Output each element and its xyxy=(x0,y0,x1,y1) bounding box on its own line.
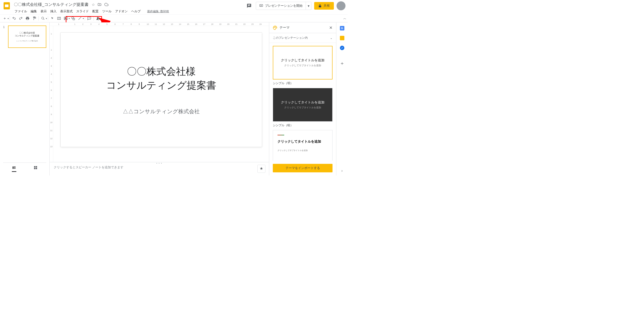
slide-canvas[interactable]: 〇〇株式会社様コンサルティング提案書 △△コンサルティング株式会社 xyxy=(60,33,262,147)
comment-tool[interactable] xyxy=(86,15,92,22)
grid-view-icon[interactable] xyxy=(34,166,38,170)
close-icon[interactable]: ✕ xyxy=(329,25,332,30)
speaker-notes-placeholder: クリックするとスピーカー ノートを追加できます xyxy=(54,165,124,169)
present-button-group: プレゼンテーションを開始 ▾ xyxy=(256,2,312,10)
paint-format-button[interactable] xyxy=(31,15,37,22)
svg-rect-15 xyxy=(36,166,37,167)
menu-tools[interactable]: ツール xyxy=(100,9,113,14)
toolbar: ＋▾ ▾ ▾ ▾ あ▾ ︿ xyxy=(0,14,348,22)
menu-slide[interactable]: スライド xyxy=(75,9,90,14)
slide-thumbnail[interactable]: 〇〇株式会社様コンサルティング提案書 △△コンサルティング株式会社 xyxy=(8,26,46,48)
app-body: 1 〇〇株式会社様コンサルティング提案書 △△コンサルティング株式会社 1123… xyxy=(0,22,348,175)
app-header: 〇〇株式会社様_コンサルティング提案書 ☆ ファイル 編集 表示 挿入 表示形式… xyxy=(0,0,348,14)
image-dropdown[interactable]: ▾ xyxy=(69,17,70,20)
select-tool[interactable] xyxy=(49,15,56,22)
menu-help[interactable]: ヘルプ xyxy=(130,9,142,14)
menu-insert[interactable]: 挿入 xyxy=(49,9,58,14)
menubar: ファイル 編集 表示 挿入 表示形式 スライド 配置 ツール アドオン ヘルプ … xyxy=(13,9,245,14)
side-rail: 31 ✓ ＋ › xyxy=(336,22,348,175)
filmstrip-view-icon[interactable] xyxy=(12,166,16,172)
menu-file[interactable]: ファイル xyxy=(13,9,28,14)
add-addon-icon[interactable]: ＋ xyxy=(340,60,344,67)
menu-view[interactable]: 表示 xyxy=(39,9,48,14)
input-mode-dropdown[interactable]: ▾ xyxy=(101,17,102,20)
chevron-down-icon: ⌄ xyxy=(330,36,332,40)
svg-point-3 xyxy=(42,17,44,19)
svg-rect-14 xyxy=(34,166,36,167)
theme-card-accent[interactable]: クリックしてタイトルを追加 クリックしてサブタイトルを追加 xyxy=(273,130,332,161)
document-title[interactable]: 〇〇株式会社様_コンサルティング提案書 xyxy=(13,1,90,8)
svg-rect-13 xyxy=(14,168,16,169)
theme-panel-header: テーマ ✕ xyxy=(269,22,336,33)
present-dropdown[interactable]: ▾ xyxy=(306,2,311,10)
share-label: 共有 xyxy=(324,4,330,8)
present-label: プレゼンテーションを開始 xyxy=(265,4,302,8)
calendar-addon-icon[interactable]: 31 xyxy=(340,26,344,31)
theme-panel: テーマ ✕ このプレゼンテーション内 ⌄ クリックしてタイトルを追加 クリックし… xyxy=(269,22,336,175)
comments-button[interactable] xyxy=(245,2,253,10)
zoom-dropdown[interactable]: ▾ xyxy=(46,17,47,20)
redo-button[interactable] xyxy=(18,15,24,22)
filmstrip-view-switcher xyxy=(3,163,46,172)
svg-rect-12 xyxy=(14,167,16,168)
filmstrip: 1 〇〇株式会社様コンサルティング提案書 △△コンサルティング株式会社 xyxy=(0,22,50,175)
import-theme-button[interactable]: テーマをインポートする xyxy=(273,164,332,172)
svg-rect-16 xyxy=(34,168,36,169)
svg-rect-1 xyxy=(5,5,8,7)
new-slide-dropdown[interactable]: ▾ xyxy=(8,17,9,20)
textbox-tool[interactable] xyxy=(56,15,62,22)
svg-rect-17 xyxy=(36,168,37,169)
zoom-button[interactable] xyxy=(40,15,46,22)
print-button[interactable] xyxy=(24,15,31,22)
account-avatar[interactable] xyxy=(336,1,346,10)
collapse-toolbar-icon[interactable]: ︿ xyxy=(343,16,346,20)
theme-section-header[interactable]: このプレゼンテーション内 ⌄ xyxy=(269,33,336,43)
theme-list: クリックしてタイトルを追加 クリックしてサブタイトルを追加 シンプル（明） クリ… xyxy=(269,43,336,161)
svg-rect-5 xyxy=(64,17,67,20)
shape-tool[interactable] xyxy=(70,15,76,22)
palette-icon xyxy=(273,26,277,30)
explore-button[interactable] xyxy=(258,165,266,173)
slide-thumb-wrap: 1 〇〇株式会社様コンサルティング提案書 △△コンサルティング株式会社 xyxy=(3,26,46,48)
lock-icon xyxy=(318,4,322,8)
canvas-stage[interactable]: 〇〇株式会社様コンサルティング提案書 △△コンサルティング株式会社 xyxy=(53,26,269,162)
theme-card-dark[interactable]: クリックしてタイトルを追加 クリックしてサブタイトルを追加 シンプル（暗） xyxy=(273,88,332,127)
image-tool[interactable] xyxy=(62,15,69,22)
slide-title-text[interactable]: 〇〇株式会社様コンサルティング提案書 xyxy=(106,65,216,92)
tasks-addon-icon[interactable]: ✓ xyxy=(340,46,344,50)
menu-addons[interactable]: アドオン xyxy=(114,9,129,14)
svg-rect-10 xyxy=(12,166,14,169)
star-icon[interactable]: ☆ xyxy=(92,3,95,7)
slide-subtitle-text[interactable]: △△コンサルティング株式会社 xyxy=(123,108,200,115)
svg-point-19 xyxy=(275,27,276,27)
side-rail-collapse-icon[interactable]: › xyxy=(342,169,342,173)
present-icon xyxy=(259,4,263,8)
menu-arrange[interactable]: 配置 xyxy=(91,9,100,14)
share-button[interactable]: 共有 xyxy=(314,2,334,10)
undo-button[interactable] xyxy=(11,15,17,22)
header-actions: プレゼンテーションを開始 ▾ 共有 xyxy=(245,1,346,10)
svg-point-18 xyxy=(274,27,274,28)
svg-rect-11 xyxy=(14,166,16,167)
input-mode-button[interactable]: あ xyxy=(95,15,101,22)
line-tool[interactable] xyxy=(77,15,83,22)
svg-point-7 xyxy=(72,17,74,19)
present-button[interactable]: プレゼンテーションを開始 xyxy=(256,4,306,8)
line-dropdown[interactable]: ▾ xyxy=(83,17,84,20)
new-slide-button[interactable]: ＋ xyxy=(2,15,8,22)
title-area: 〇〇株式会社様_コンサルティング提案書 ☆ ファイル 編集 表示 挿入 表示形式… xyxy=(13,1,245,14)
svg-rect-8 xyxy=(73,18,75,20)
last-edit-link[interactable]: 最終編集: 数秒前 xyxy=(147,10,169,14)
move-folder-icon[interactable] xyxy=(98,3,102,7)
theme-panel-title: テーマ xyxy=(280,26,290,30)
keep-addon-icon[interactable] xyxy=(340,36,344,40)
vertical-ruler: 112345678910111213 xyxy=(50,26,53,162)
menu-format[interactable]: 表示形式 xyxy=(58,9,74,14)
menu-edit[interactable]: 編集 xyxy=(29,9,38,14)
speaker-notes[interactable]: • • • クリックするとスピーカー ノートを追加できます xyxy=(50,162,269,175)
theme-card-light[interactable]: クリックしてタイトルを追加 クリックしてサブタイトルを追加 シンプル（明） xyxy=(273,46,332,85)
svg-point-20 xyxy=(276,27,276,28)
slides-app-icon[interactable] xyxy=(2,1,11,10)
notes-resize-handle[interactable]: • • • xyxy=(156,162,162,165)
cloud-status-icon[interactable] xyxy=(104,3,109,7)
